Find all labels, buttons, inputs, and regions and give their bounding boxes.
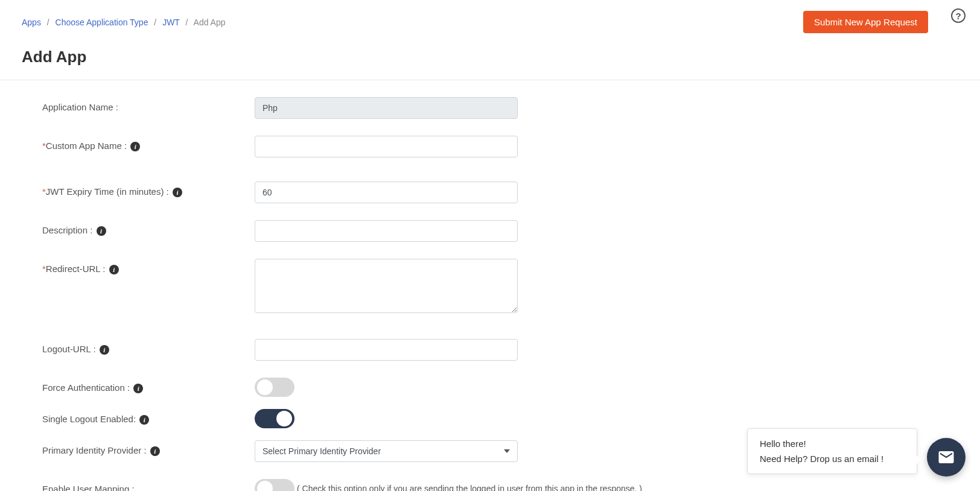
- label-logout-url: Logout-URL : i: [42, 339, 255, 355]
- help-message: Need Help? Drop us an email !: [760, 454, 905, 464]
- label-single-logout: Single Logout Enabled: i: [42, 409, 255, 425]
- row-force-auth: Force Authentication : i: [42, 378, 938, 397]
- description-input[interactable]: [255, 220, 518, 242]
- submit-new-app-button[interactable]: Submit New App Request: [803, 11, 928, 33]
- help-widget: Hello there! Need Help? Drop us an email…: [747, 428, 966, 477]
- label-description: Description : i: [42, 220, 255, 236]
- mail-icon: [937, 448, 955, 466]
- help-icon[interactable]: ?: [951, 8, 966, 23]
- page-title: Add App: [0, 37, 980, 80]
- single-logout-toggle[interactable]: [255, 409, 294, 428]
- force-auth-toggle[interactable]: [255, 378, 294, 397]
- user-mapping-hint: ( Check this option only if you are send…: [297, 484, 642, 491]
- label-user-mapping: Enable User Mapping :: [42, 479, 255, 491]
- label-force-auth: Force Authentication : i: [42, 378, 255, 393]
- row-single-logout: Single Logout Enabled: i: [42, 409, 938, 428]
- row-user-mapping: Enable User Mapping : ( Check this optio…: [42, 479, 938, 491]
- label-application-name: Application Name :: [42, 97, 255, 112]
- label-custom-app-name: *Custom App Name : i: [42, 136, 255, 151]
- row-redirect-url: *Redirect-URL : i: [42, 259, 938, 315]
- breadcrumb-separator: /: [186, 17, 188, 27]
- redirect-url-textarea[interactable]: [255, 259, 518, 313]
- info-icon[interactable]: i: [100, 345, 109, 355]
- toggle-knob: [257, 481, 273, 491]
- info-icon[interactable]: i: [97, 226, 106, 236]
- row-logout-url: Logout-URL : i: [42, 339, 938, 361]
- row-application-name: Application Name :: [42, 97, 938, 119]
- jwt-expiry-input[interactable]: [255, 182, 518, 203]
- info-icon[interactable]: i: [150, 446, 160, 456]
- help-greeting: Hello there!: [760, 439, 905, 449]
- breadcrumb-separator: /: [47, 17, 49, 27]
- label-jwt-expiry: *JWT Expiry Time (in minutes) : i: [42, 182, 255, 197]
- breadcrumb-current: Add App: [194, 17, 226, 27]
- toggle-knob: [276, 411, 292, 426]
- label-primary-idp: Primary Identity Provider : i: [42, 440, 255, 456]
- breadcrumb-separator: /: [154, 17, 156, 27]
- top-bar: Apps / Choose Application Type / JWT / A…: [0, 0, 980, 37]
- help-bubble: Hello there! Need Help? Drop us an email…: [747, 428, 917, 474]
- info-icon[interactable]: i: [173, 188, 182, 197]
- breadcrumb: Apps / Choose Application Type / JWT / A…: [22, 17, 225, 27]
- help-fab-button[interactable]: [927, 438, 966, 477]
- row-jwt-expiry: *JWT Expiry Time (in minutes) : i: [42, 182, 938, 203]
- label-redirect-url: *Redirect-URL : i: [42, 259, 255, 274]
- user-mapping-toggle[interactable]: [255, 479, 294, 491]
- custom-app-name-input[interactable]: [255, 136, 518, 157]
- application-name-input[interactable]: [255, 97, 518, 119]
- toggle-knob: [257, 379, 273, 395]
- row-description: Description : i: [42, 220, 938, 242]
- info-icon[interactable]: i: [133, 384, 143, 393]
- logout-url-input[interactable]: [255, 339, 518, 361]
- primary-idp-select[interactable]: Select Primary Identity Provider: [255, 440, 518, 462]
- row-custom-app-name: *Custom App Name : i: [42, 136, 938, 157]
- info-icon[interactable]: i: [139, 415, 149, 425]
- breadcrumb-choose-type[interactable]: Choose Application Type: [56, 17, 148, 27]
- info-icon[interactable]: i: [109, 265, 119, 274]
- breadcrumb-jwt[interactable]: JWT: [162, 17, 180, 27]
- info-icon[interactable]: i: [130, 142, 140, 151]
- breadcrumb-apps[interactable]: Apps: [22, 17, 41, 27]
